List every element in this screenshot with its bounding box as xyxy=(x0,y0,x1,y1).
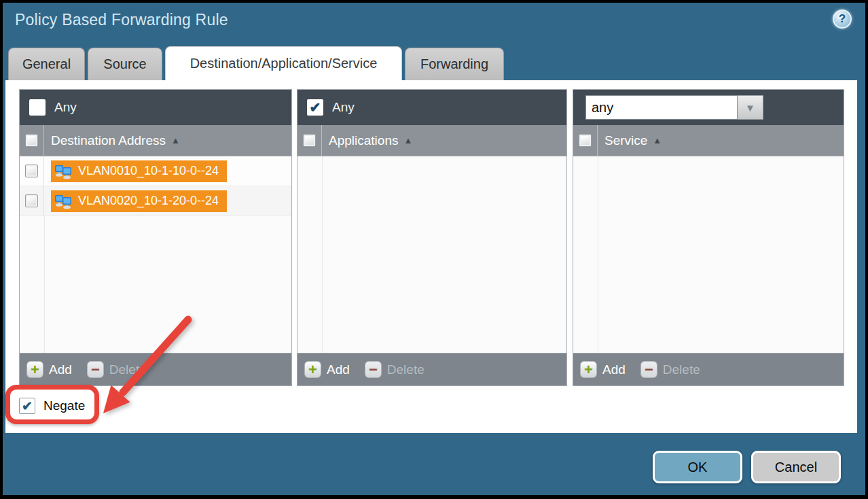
tab-label: Forwarding xyxy=(420,56,488,72)
tab-label: General xyxy=(22,56,71,72)
screenshot-root: { "window": { "title": "Policy Based For… xyxy=(0,0,868,499)
add-button[interactable]: + Add xyxy=(26,361,72,378)
delete-icon: − xyxy=(365,361,382,378)
applications-list xyxy=(297,156,566,353)
tab-label: Destination/Application/Service xyxy=(190,56,378,71)
add-icon: + xyxy=(26,361,43,378)
address-group-icon xyxy=(54,163,73,179)
applications-footer: + Add − Delete xyxy=(297,353,566,385)
negate-checkbox[interactable]: ✔ xyxy=(19,398,35,414)
destination-any-bar: Any xyxy=(20,90,291,125)
check-icon: ✔ xyxy=(22,400,33,413)
dialog-title: Policy Based Forwarding Rule xyxy=(15,11,228,29)
applications-column-header: Applications ▲ xyxy=(297,125,566,156)
row-checkbox[interactable] xyxy=(25,194,38,207)
chevron-down-icon[interactable]: ▼ xyxy=(738,95,763,120)
service-column-label[interactable]: Service xyxy=(604,133,647,148)
add-icon: + xyxy=(304,361,321,378)
destination-list: VLAN0010_10-1-10-0--24 xyxy=(20,156,291,353)
applications-select-all-checkbox[interactable] xyxy=(303,134,316,147)
sort-ascending-icon[interactable]: ▲ xyxy=(653,135,662,145)
tab-label: Source xyxy=(103,56,146,72)
ok-button[interactable]: OK xyxy=(653,451,742,483)
add-button[interactable]: + Add xyxy=(304,361,350,378)
service-footer: + Add − Delete xyxy=(573,353,844,385)
service-list xyxy=(573,156,844,353)
table-row[interactable]: VLAN0010_10-1-10-0--24 xyxy=(20,156,291,186)
tab-destination-application-service[interactable]: Destination/Application/Service xyxy=(165,46,402,80)
service-select-all-checkbox[interactable] xyxy=(579,134,592,147)
address-object-label: VLAN0020_10-1-20-0--24 xyxy=(78,194,219,208)
destination-footer: + Add − Delete xyxy=(20,353,291,385)
service-dropdown-bar: any ▼ xyxy=(573,90,844,125)
service-dropdown[interactable]: any ▼ xyxy=(585,95,763,120)
delete-button[interactable]: − Delete xyxy=(365,361,424,378)
sort-ascending-icon[interactable]: ▲ xyxy=(403,135,412,145)
row-checkbox[interactable] xyxy=(25,165,38,177)
negate-label: Negate xyxy=(43,398,85,413)
sort-ascending-icon[interactable]: ▲ xyxy=(171,135,180,145)
tab-forwarding[interactable]: Forwarding xyxy=(405,48,504,80)
destination-any-label: Any xyxy=(54,100,77,115)
applications-any-bar: ✔ Any xyxy=(297,90,566,125)
add-button[interactable]: + Add xyxy=(580,361,626,378)
help-glyph: ? xyxy=(839,12,846,26)
cancel-button[interactable]: Cancel xyxy=(751,451,841,483)
tab-source[interactable]: Source xyxy=(88,48,162,80)
service-column-header: Service ▲ xyxy=(573,125,844,156)
destination-column-header: Destination Address ▲ xyxy=(20,125,291,156)
applications-column-label[interactable]: Applications xyxy=(329,133,398,148)
tab-bar: General Source Destination/Application/S… xyxy=(3,46,865,80)
applications-any-checkbox[interactable]: ✔ xyxy=(307,99,323,116)
policy-dialog: Policy Based Forwarding Rule ? General S… xyxy=(3,3,865,495)
destination-panel: Any Destination Address ▲ xyxy=(19,89,292,386)
service-panel: any ▼ Service ▲ + Add − Delete xyxy=(573,89,844,386)
tab-general[interactable]: General xyxy=(8,48,85,80)
delete-icon: − xyxy=(640,361,657,378)
address-object-chip[interactable]: VLAN0010_10-1-10-0--24 xyxy=(51,160,227,182)
address-group-icon xyxy=(54,193,73,209)
negate-row: ✔ Negate xyxy=(19,398,85,414)
delete-button[interactable]: − Delete xyxy=(87,361,147,378)
check-icon: ✔ xyxy=(310,101,321,114)
destination-column-label[interactable]: Destination Address xyxy=(51,133,166,148)
help-icon[interactable]: ? xyxy=(833,10,852,29)
service-dropdown-value[interactable]: any xyxy=(585,95,738,120)
delete-button[interactable]: − Delete xyxy=(640,361,700,378)
add-icon: + xyxy=(580,361,597,378)
address-object-chip[interactable]: VLAN0020_10-1-20-0--24 xyxy=(51,190,227,212)
delete-icon: − xyxy=(87,361,104,378)
destination-any-checkbox[interactable] xyxy=(29,99,46,116)
tab-content: Any Destination Address ▲ xyxy=(5,80,857,433)
applications-panel: ✔ Any Applications ▲ + Add − Delete xyxy=(297,89,567,386)
address-object-label: VLAN0010_10-1-10-0--24 xyxy=(78,164,219,178)
destination-select-all-checkbox[interactable] xyxy=(25,134,38,147)
table-row[interactable]: VLAN0020_10-1-20-0--24 xyxy=(20,186,291,216)
applications-any-label: Any xyxy=(332,100,355,115)
